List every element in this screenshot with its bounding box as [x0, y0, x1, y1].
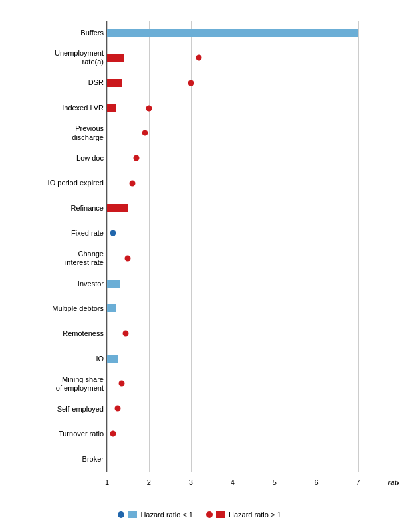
row-label-14: Mining shareof employment	[20, 371, 104, 397]
dot-row-9	[125, 255, 131, 261]
legend-label-blue: Hazard ratio < 1	[140, 511, 193, 519]
x-tick-4: 4	[231, 478, 235, 486]
row-label-1: Unemploymentrate(a)	[20, 45, 104, 70]
bar-row-13	[107, 355, 118, 363]
chart-container: BuffersUnemploymentrate(a)DSRIndexed LVR…	[13, 14, 386, 519]
row-label-6: IO period expired	[20, 171, 104, 196]
dot-row-6	[129, 180, 135, 186]
dot-row-3	[146, 105, 152, 111]
bar-row-2	[107, 79, 122, 87]
row-label-9: Changeinterest rate	[20, 246, 104, 272]
grid-line-4	[233, 21, 233, 472]
chart-area: BuffersUnemploymentrate(a)DSRIndexed LVR…	[20, 21, 379, 472]
row-label-12: Remoteness	[20, 321, 104, 347]
grid-line-1	[107, 21, 108, 472]
x-tick-7: 7	[356, 478, 360, 486]
dot-row-1	[196, 55, 202, 61]
labels-column: BuffersUnemploymentrate(a)DSRIndexed LVR…	[20, 21, 106, 472]
grid-line-7	[358, 21, 359, 472]
row-label-3: Indexed LVR	[20, 96, 104, 121]
legend-item-red: Hazard ratio > 1	[206, 511, 281, 519]
x-tick-2: 2	[147, 478, 151, 486]
row-label-15: Self-employed	[20, 397, 104, 422]
bar-row-3	[107, 104, 116, 112]
legend-dot-red	[206, 511, 213, 518]
dot-row-12	[123, 331, 129, 337]
bar-row-0	[107, 29, 358, 37]
row-label-0: Buffers	[20, 21, 104, 46]
bar-row-11	[107, 304, 116, 312]
row-label-2: DSR	[20, 70, 104, 96]
plot-area: 1234567ratio	[106, 21, 379, 472]
dot-row-15	[114, 406, 120, 412]
dot-row-14	[119, 381, 125, 387]
legend-label-red: Hazard ratio > 1	[229, 511, 281, 519]
dot-row-16	[110, 430, 116, 436]
legend-bar-red	[216, 511, 225, 518]
dot-row-2	[188, 80, 194, 86]
grid-line-6	[317, 21, 317, 472]
x-tick-6: 6	[315, 478, 319, 486]
x-tick-5: 5	[273, 478, 277, 486]
row-label-13: IO	[20, 347, 104, 372]
row-label-4: Previousdischarge	[20, 121, 104, 146]
x-tick-3: 3	[189, 478, 193, 486]
grid-line-3	[191, 21, 192, 472]
row-label-10: Investor	[20, 271, 104, 296]
legend-item-blue: Hazard ratio < 1	[118, 511, 193, 519]
row-label-7: Refinance	[20, 196, 104, 221]
dot-row-4	[142, 130, 148, 136]
grid-line-2	[149, 21, 150, 472]
dot-row-5	[134, 155, 140, 161]
row-label-11: Multiple debtors	[20, 296, 104, 321]
legend-bar-blue	[128, 511, 137, 518]
x-axis-label: ratio	[388, 478, 399, 486]
row-label-16: Turnover ratio	[20, 422, 104, 447]
x-tick-1: 1	[105, 478, 109, 486]
row-label-8: Fixed rate	[20, 221, 104, 246]
legend: Hazard ratio < 1 Hazard ratio > 1	[13, 511, 386, 519]
row-label-17: Broker	[20, 447, 104, 472]
legend-dot-blue	[118, 511, 124, 518]
bar-row-1	[107, 54, 124, 62]
row-label-5: Low doc	[20, 145, 104, 171]
bar-row-7	[107, 204, 128, 212]
grid-line-5	[275, 21, 275, 472]
bar-row-10	[107, 280, 120, 288]
dot-row-8	[110, 230, 116, 236]
